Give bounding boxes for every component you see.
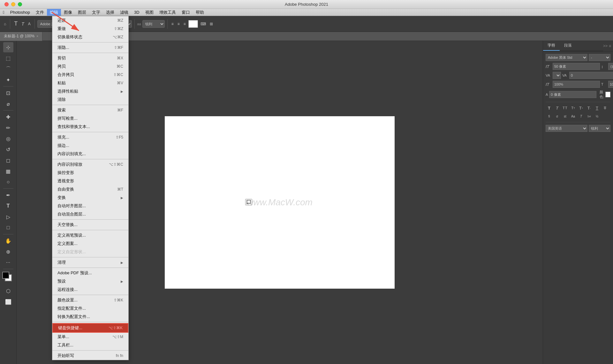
eraser-tool[interactable]: ◻ xyxy=(3,155,13,165)
menu-undo[interactable]: 还原 ⌘Z xyxy=(52,16,128,25)
title-button[interactable]: 1st xyxy=(586,113,593,119)
home-button[interactable]: ⌂ xyxy=(3,21,7,27)
text-aa-button[interactable]: A xyxy=(27,21,32,27)
crop-tool[interactable]: ⊡ xyxy=(3,88,13,98)
brush-tool[interactable]: ✏ xyxy=(3,123,13,133)
sigma-button[interactable]: σ xyxy=(554,113,561,119)
edit-dropdown-menu[interactable]: 还原 ⌘Z 重做 ⇧⌘Z 切换最终状态 ⌥⌘Z 渐隐... ⇧⌘F 剪切 ⌘X … xyxy=(52,16,129,360)
menu-start-hearing[interactable]: 开始听写 fn fn xyxy=(52,352,128,360)
menu-content-aware-scale[interactable]: 内容识别缩放 ⌥⇧⌘C xyxy=(52,160,128,169)
menu-content-aware-fill[interactable]: 内容识别填充... xyxy=(52,150,128,158)
menu-window[interactable]: 窗口 xyxy=(179,9,193,16)
menu-stroke[interactable]: 描边... xyxy=(52,141,128,150)
zoom-tool[interactable]: ⊕ xyxy=(3,246,13,257)
menu-convert-profile[interactable]: 转换为配置文件... xyxy=(52,313,128,321)
magic-wand-tool[interactable]: ✦ xyxy=(3,75,13,85)
menu-transform[interactable]: 变换 ▶ xyxy=(52,193,128,202)
fraction-button[interactable]: ½ xyxy=(594,113,601,119)
menu-define-pattern[interactable]: 定义图案... xyxy=(52,239,128,248)
warp-text-button[interactable]: ⌨ xyxy=(199,21,207,27)
foreground-color[interactable] xyxy=(2,272,9,279)
menu-preset[interactable]: 预设 ▶ xyxy=(52,277,128,285)
text-tool-button[interactable]: T xyxy=(13,20,19,28)
text-style-button[interactable]: T xyxy=(20,21,26,27)
char-panel-button[interactable]: ⊞ xyxy=(208,21,214,27)
menu-define-brush[interactable]: 定义画笔预设... xyxy=(52,231,128,239)
menu-help[interactable]: 帮助 xyxy=(193,9,207,16)
menu-select[interactable]: 选择 xyxy=(103,9,117,16)
align-left-button[interactable]: ≡ xyxy=(170,21,175,27)
menu-3d[interactable]: 3D xyxy=(131,9,142,16)
align-center-button[interactable]: ≡ xyxy=(176,21,181,27)
italic-button[interactable]: T xyxy=(554,105,561,111)
eyedropper-tool[interactable]: ⌀ xyxy=(3,99,13,109)
panel-expand-icon[interactable]: >> xyxy=(603,44,608,48)
char-color-swatch[interactable] xyxy=(605,92,610,97)
menu-file[interactable]: 文件 xyxy=(33,9,47,16)
menu-enhance[interactable]: 增效工具 xyxy=(156,9,179,16)
menu-edit[interactable]: 编辑 xyxy=(47,9,61,16)
bold-button[interactable]: T xyxy=(546,105,553,111)
tab-close-button[interactable]: × xyxy=(36,34,38,38)
panel-font-select[interactable]: Adobe 黑体 Std xyxy=(546,54,587,61)
tab-character[interactable]: 字符 xyxy=(543,41,560,51)
hand-tool[interactable]: ✋ xyxy=(3,236,13,246)
menu-paste-special[interactable]: 选择性粘贴 ▶ xyxy=(52,87,128,95)
shape-tool[interactable]: □ xyxy=(3,223,13,233)
lang-select[interactable]: 美国英语 xyxy=(546,125,587,132)
tracking-input[interactable] xyxy=(569,72,613,79)
color-swatches[interactable] xyxy=(2,272,14,284)
menu-menus[interactable]: 菜单... ⌥⇧M xyxy=(52,333,128,341)
smallcaps-button[interactable]: TT xyxy=(570,105,577,111)
more-tools[interactable]: ··· xyxy=(3,257,13,268)
leading-select[interactable]: (自动) xyxy=(608,63,613,70)
menu-sky-replace[interactable]: 天空替换... xyxy=(52,221,128,229)
lasso-tool[interactable]: ⌒ xyxy=(3,64,13,74)
menu-remote[interactable]: 远程连接... xyxy=(52,285,128,294)
menu-merge-copy[interactable]: 合并拷贝 ⇧⌘C xyxy=(52,71,128,79)
text-color-swatch[interactable] xyxy=(188,20,198,28)
menu-auto-blend[interactable]: 自动混合图层... xyxy=(52,210,128,218)
kerning-select[interactable] xyxy=(553,72,561,79)
menu-apple[interactable]:  xyxy=(0,9,7,16)
ordinal-button[interactable]: Aa xyxy=(570,113,577,119)
menu-keyboard-shortcuts[interactable]: 键盘快捷键... ⌥⇧⌘K xyxy=(52,323,128,333)
menu-filter[interactable]: 滤镜 xyxy=(117,9,131,16)
tab-paragraph[interactable]: 段落 xyxy=(560,41,576,51)
text-tool[interactable]: T xyxy=(3,201,13,211)
history-tool[interactable]: ↺ xyxy=(3,144,13,155)
minimize-button[interactable] xyxy=(11,2,15,6)
align-right-button[interactable]: ≡ xyxy=(182,21,187,27)
panel-font-style-select[interactable]: - xyxy=(589,54,610,61)
close-button[interactable] xyxy=(4,2,9,6)
menu-view[interactable]: 视图 xyxy=(142,9,156,16)
strikethrough-button[interactable]: T xyxy=(602,105,609,111)
quick-mask-tool[interactable]: ⬡ xyxy=(3,286,13,296)
menu-free-transform[interactable]: 自由变换 ⌘T xyxy=(52,185,128,193)
vscale-input[interactable] xyxy=(608,81,613,88)
menu-photoshop[interactable]: Photoshop xyxy=(7,9,33,16)
menu-toolbar[interactable]: 工具栏... xyxy=(52,341,128,349)
menu-adobe-pdf[interactable]: Adobe PDF 预设... xyxy=(52,269,128,277)
move-tool[interactable]: ⊹ xyxy=(3,42,13,52)
menu-paste[interactable]: 粘贴 ⌘V xyxy=(52,79,128,87)
antialiasing-select[interactable]: 锐利 xyxy=(142,20,165,28)
allcaps-button[interactable]: TT xyxy=(562,105,569,111)
menu-copy[interactable]: 拷贝 ⌘C xyxy=(52,62,128,71)
dodge-tool[interactable]: ○ xyxy=(3,177,13,187)
old-style-button[interactable]: st xyxy=(562,113,569,119)
menu-purge[interactable]: 清理 ▶ xyxy=(52,258,128,267)
menu-cut[interactable]: 剪切 ⌘X xyxy=(52,54,128,62)
font-size-input[interactable] xyxy=(553,63,600,70)
sharp-select[interactable]: 锐利 xyxy=(589,125,610,132)
menu-puppet-warp[interactable]: 操控变形 xyxy=(52,169,128,177)
menu-search[interactable]: 搜索 ⌘F xyxy=(52,106,128,114)
pen-tool[interactable]: ✒ xyxy=(3,190,13,200)
menu-fill[interactable]: 填充... ⇧F5 xyxy=(52,133,128,141)
path-tool[interactable]: ▷ xyxy=(3,212,13,222)
underline-button[interactable]: T xyxy=(594,105,601,111)
gradient-tool[interactable]: ▦ xyxy=(3,166,13,176)
menu-text[interactable]: 文字 xyxy=(89,9,103,16)
subscript-button[interactable]: T- xyxy=(586,105,593,111)
ligature-button[interactable]: fi xyxy=(546,113,553,119)
